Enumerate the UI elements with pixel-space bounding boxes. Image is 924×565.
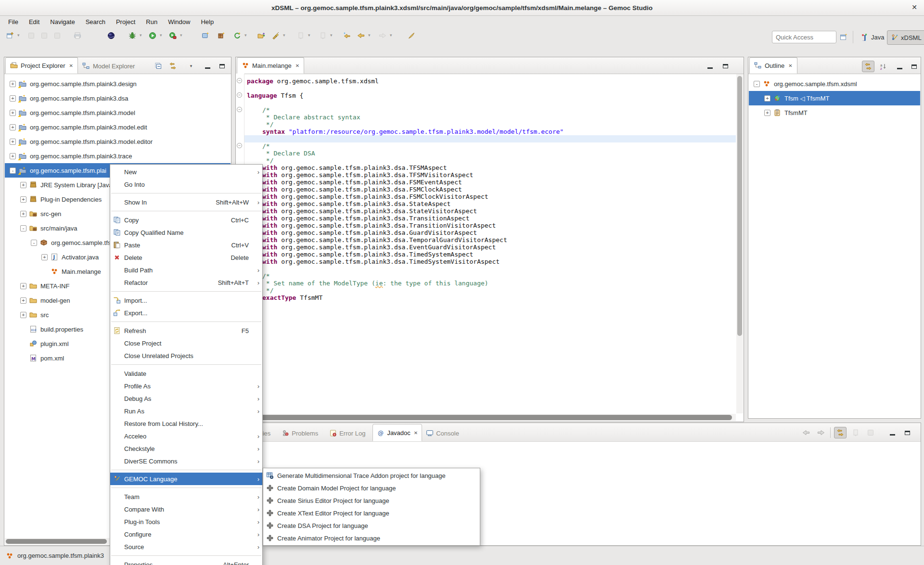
new-dropdown-chevron[interactable]: ▾ — [17, 33, 20, 38]
debug-button[interactable] — [126, 29, 139, 42]
expander-icon[interactable]: + — [41, 254, 48, 260]
menu-item[interactable]: Show In Shift+Alt+W › — [110, 196, 262, 208]
menubar-item[interactable]: Window — [163, 17, 195, 27]
menu-item[interactable]: Configure › — [110, 528, 262, 540]
expander-icon[interactable]: - — [20, 225, 26, 231]
next-annotation-chevron[interactable]: ▾ — [308, 33, 310, 38]
menu-item[interactable]: Create XText Editor Project for language — [263, 507, 480, 519]
quick-access-input[interactable] — [772, 31, 836, 43]
menu-item[interactable]: Refactor Shift+Alt+T › — [110, 276, 262, 289]
link-with-editor-icon[interactable] — [167, 61, 179, 71]
debug-dropdown-chevron[interactable]: ▾ — [140, 33, 142, 38]
tree-item[interactable]: - org.gemoc.sample.tfsm.xdsml — [749, 77, 920, 91]
minimize-icon[interactable] — [704, 61, 716, 71]
expander-icon[interactable]: + — [20, 312, 26, 318]
melange-feather-button[interactable] — [405, 29, 418, 42]
expander-icon[interactable]: + — [20, 297, 26, 304]
expander-icon[interactable]: + — [10, 95, 16, 102]
menu-item[interactable]: Acceleo › — [110, 430, 262, 442]
bottom-view-tab[interactable]: Problems — [278, 425, 325, 441]
menu-item[interactable]: Restore from Local History... — [110, 417, 262, 430]
print-button[interactable] — [71, 29, 84, 42]
back-history-button[interactable] — [355, 29, 367, 42]
menubar-item[interactable]: Search — [80, 17, 111, 27]
menu-item[interactable]: Create Sirius Editor Project for languag… — [263, 494, 480, 507]
save-button[interactable] — [25, 29, 38, 42]
close-icon[interactable]: ✕ — [788, 63, 792, 68]
bottom-view-tab[interactable]: Error Log — [325, 425, 372, 441]
close-icon[interactable]: ✕ — [69, 63, 73, 68]
tab-project-explorer[interactable]: Project Explorer ✕ — [5, 57, 78, 74]
menu-item[interactable]: Close Project — [110, 337, 262, 349]
maximize-icon[interactable] — [719, 61, 731, 71]
forward-history-chevron[interactable]: ▾ — [390, 33, 392, 38]
run-dropdown-chevron[interactable]: ▾ — [160, 33, 162, 38]
bottom-view-tab[interactable]: Console — [422, 425, 466, 441]
menu-item[interactable]: Import... — [110, 294, 262, 307]
last-edit-location-button[interactable] — [341, 29, 353, 42]
tree-item[interactable]: + TfsmMT — [749, 105, 920, 120]
view-menu-icon[interactable]: ▾ — [185, 61, 197, 71]
expander-icon[interactable]: - — [31, 240, 37, 246]
maximize-icon[interactable] — [216, 61, 228, 71]
expander-icon[interactable]: - — [10, 167, 16, 174]
gemoc-engine-button[interactable] — [105, 29, 117, 42]
fold-collapse-icon[interactable]: − — [237, 92, 242, 98]
menu-item[interactable]: Run As › — [110, 405, 262, 417]
expander-icon[interactable]: + — [10, 110, 16, 116]
minimize-icon[interactable] — [886, 427, 898, 438]
maximize-icon[interactable] — [908, 61, 920, 72]
menu-item[interactable]: New › — [110, 166, 262, 178]
expander-icon[interactable]: + — [20, 196, 26, 203]
menu-item[interactable]: Delete Delete — [110, 251, 262, 264]
tree-item[interactable]: + Tfsm ◁ TfsmMT — [749, 91, 920, 105]
menu-item[interactable]: Profile As › — [110, 380, 262, 392]
run-button[interactable] — [146, 29, 159, 42]
close-icon[interactable]: ✕ — [295, 63, 299, 68]
close-icon[interactable]: ✕ — [414, 430, 418, 436]
tree-item[interactable]: + org.gemoc.sample.tfsm.plaink3.model.ed… — [5, 120, 231, 134]
menu-item[interactable]: Checkstyle › — [110, 442, 262, 455]
menu-item[interactable]: Close Unrelated Projects — [110, 349, 262, 362]
maximize-icon[interactable] — [901, 427, 913, 438]
menu-item[interactable]: Validate — [110, 367, 262, 380]
perspective-xdsml-button[interactable]: xDSML — [887, 30, 924, 45]
menu-item[interactable]: Export... — [110, 307, 262, 319]
menu-item[interactable]: Go Into — [110, 178, 262, 191]
tab-model-explorer[interactable]: Model Explorer — [78, 58, 139, 74]
tab-main-melange[interactable]: Main.melange ✕ — [237, 57, 304, 74]
menu-item[interactable]: Compare With › — [110, 503, 262, 515]
collapse-all-icon[interactable] — [153, 61, 164, 71]
link-with-editor-icon[interactable] — [834, 427, 847, 438]
back-history-chevron[interactable]: ▾ — [368, 33, 371, 38]
perspective-java-button[interactable]: Java — [858, 30, 887, 44]
editor-horizontal-scrollbar[interactable] — [236, 414, 736, 421]
save-all-button[interactable] — [38, 29, 51, 42]
minimize-icon[interactable] — [894, 61, 905, 72]
external-tools-dropdown-chevron[interactable]: ▾ — [180, 33, 182, 38]
menubar-item[interactable]: Project — [111, 17, 141, 27]
sort-icon[interactable] — [877, 61, 889, 72]
tree-item[interactable]: + org.gemoc.sample.tfsm.plaink3.model — [5, 105, 231, 120]
menubar-item[interactable]: Help — [195, 17, 219, 27]
menu-item[interactable]: Team › — [110, 490, 262, 503]
editor-vertical-scrollbar[interactable] — [736, 74, 743, 413]
menu-item[interactable]: Create Domain Model Project for language — [263, 482, 480, 494]
expander-icon[interactable]: + — [10, 139, 16, 145]
expander-icon[interactable]: + — [764, 110, 770, 116]
menu-item[interactable]: Source › — [110, 540, 262, 553]
menu-item[interactable]: Copy Qualified Name — [110, 226, 262, 239]
tab-outline[interactable]: Outline ✕ — [749, 57, 797, 74]
menubar-item[interactable]: Run — [141, 17, 163, 27]
update-project-button[interactable] — [231, 29, 244, 42]
expander-icon[interactable]: + — [764, 95, 770, 102]
code-editor[interactable]: package org.gemoc.sample.tfsm.xdsmllangu… — [244, 74, 736, 301]
previous-annotation-chevron[interactable]: ▾ — [330, 33, 333, 38]
open-type-button[interactable] — [255, 29, 268, 42]
update-dropdown-chevron[interactable]: ▾ — [244, 33, 247, 38]
expander-icon[interactable]: - — [754, 81, 760, 87]
back-icon[interactable] — [800, 427, 812, 438]
menu-item[interactable]: Paste Ctrl+V — [110, 239, 262, 251]
new-wizard-button[interactable] — [4, 29, 16, 42]
fold-collapse-icon[interactable]: − — [237, 143, 242, 148]
